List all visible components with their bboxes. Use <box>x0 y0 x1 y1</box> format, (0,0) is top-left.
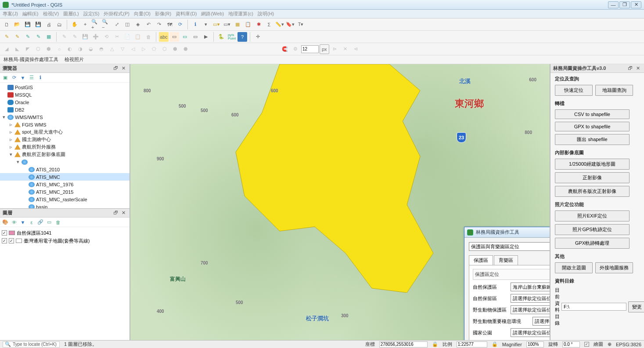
right-button[interactable]: 1/25000經建版地形圖 <box>555 159 630 170</box>
layer-row[interactable]: ✓自然保護區1041 <box>2 229 128 237</box>
maximize-button[interactable]: ❐ <box>619 1 630 8</box>
add-feature-button[interactable]: ✎ <box>12 32 22 42</box>
status-render-checkbox[interactable]: ✓ <box>584 342 589 347</box>
menu-item[interactable]: 設定(S) <box>83 11 100 17</box>
dialog-tab[interactable]: 育樂區 <box>494 255 518 265</box>
browser-item[interactable]: ▹spot_衛星大進中心 <box>0 128 130 136</box>
right-button[interactable]: 照片EXIF定位 <box>555 210 630 221</box>
browser-close-button[interactable]: ✕ <box>120 65 127 72</box>
right-button[interactable]: GPX to shapefile <box>555 122 630 131</box>
right-button[interactable]: 地籍圖查詢 <box>595 85 633 96</box>
menu-item[interactable]: 編輯(E) <box>22 11 39 17</box>
layer-visibility-checkbox[interactable]: ✓ <box>2 238 7 243</box>
refresh-button[interactable]: ⟳ <box>175 20 185 29</box>
print-layout-button[interactable]: 🖨 <box>44 20 54 29</box>
close-button[interactable]: ✕ <box>631 1 641 8</box>
layers-style-icon[interactable]: 🎨 <box>2 219 9 226</box>
label4-button[interactable]: ▭ <box>191 32 200 42</box>
menu-item[interactable]: 圖層(L) <box>63 11 79 17</box>
help-button[interactable]: ? <box>237 32 247 42</box>
browser-add-icon[interactable]: ▣ <box>2 74 9 81</box>
label-button[interactable]: abc <box>159 32 169 42</box>
deselect-button[interactable]: ▭▾ <box>222 20 232 29</box>
browser-dock-button[interactable]: 🗗 <box>112 65 119 72</box>
vertex-button[interactable]: ✎ <box>23 32 32 42</box>
edit-toggle-button[interactable]: ✎ <box>2 32 11 42</box>
browser-item[interactable]: ATIS_2010 <box>0 166 130 173</box>
browser-item[interactable]: Oracle <box>0 98 130 106</box>
bookmark-button[interactable]: 🔖▾ <box>285 20 295 29</box>
right-dir-button[interactable]: 變更 <box>628 301 644 312</box>
field-calc-button[interactable]: 📋 <box>243 20 253 29</box>
layer-visibility-checkbox[interactable]: ✓ <box>2 230 7 236</box>
snap-tolerance-input[interactable] <box>301 45 319 53</box>
layer-extra-checkbox[interactable]: ✓ <box>9 238 14 243</box>
snap-unit[interactable]: px <box>320 44 329 54</box>
dialog-field-combo[interactable]: 請選擇欲定位區位 <box>511 328 550 337</box>
attr-table-button[interactable]: ▦ <box>233 20 242 29</box>
browser-item[interactable]: ATIS_MNC_2015 <box>0 188 130 196</box>
browser-item[interactable]: DB2 <box>0 106 130 113</box>
pan-to-selection-button[interactable]: ⌖ <box>80 20 90 29</box>
locator-input[interactable]: 🔍Type to locate (Ctrl+K) <box>3 341 60 348</box>
layers-list[interactable]: ✓自然保護區1041✓✓臺灣通用電子地圖(套疊等高線) <box>0 227 130 340</box>
pyis-button[interactable]: pyIs Point <box>227 32 237 42</box>
zoom-last-button[interactable]: ↶ <box>144 20 153 29</box>
layers-group-icon[interactable]: ▭ <box>46 219 53 226</box>
right-button[interactable]: 農航所各版次正射影像 <box>555 186 630 197</box>
dialog-field-combo[interactable]: 請選擇欲定位區位 <box>532 317 550 326</box>
status-crs[interactable]: EPSG:3826 <box>616 342 641 347</box>
zoom-next-button[interactable]: ↷ <box>154 20 164 29</box>
menu-item[interactable]: 資料庫(D) <box>176 11 197 17</box>
open-project-button[interactable]: 📂 <box>12 20 22 29</box>
select-button[interactable]: ▭▾ <box>212 20 221 29</box>
label3-button[interactable]: ▭ <box>180 32 190 42</box>
menu-item[interactable]: 說明(H) <box>258 11 274 17</box>
plugin-label-2[interactable]: 檢視照片 <box>65 56 84 63</box>
label2-button[interactable]: ▭ <box>169 32 179 42</box>
dialog-field-combo[interactable]: 請選擇欲定位區位 <box>511 294 550 303</box>
right-button[interactable]: 快速定位 <box>555 85 593 96</box>
dialog-titlebar[interactable]: 林務局國資操作工具 ✕ <box>464 227 550 238</box>
browser-item[interactable]: ▾ <box>0 158 130 166</box>
layers-remove-icon[interactable]: 🗑 <box>54 219 61 226</box>
browser-item[interactable]: MSSQL <box>0 91 130 98</box>
right-dir-input[interactable] <box>561 303 626 311</box>
save-as-button[interactable]: 💾 <box>33 20 43 29</box>
action-dropdown[interactable]: ▾ <box>201 20 211 29</box>
vertex2-button[interactable]: ✎ <box>33 32 43 42</box>
menu-item[interactable]: 網路(Web) <box>201 11 224 17</box>
zoom-selection-button[interactable]: ◫ <box>122 20 132 29</box>
browser-item[interactable]: ▾農航所正射影像底圖 <box>0 151 130 158</box>
layer-row[interactable]: ✓✓臺灣通用電子地圖(套疊等高線) <box>2 237 128 245</box>
save-button[interactable]: 💾 <box>23 20 32 29</box>
layers-dock-button[interactable]: 🗗 <box>112 210 119 216</box>
menu-item[interactable]: 向量(O) <box>134 11 151 17</box>
measure-dropdown[interactable]: 📏▾ <box>275 20 284 29</box>
layers-glue-icon[interactable]: 🔗 <box>37 219 44 226</box>
browser-item[interactable]: ATIS_MNC_1976 <box>0 181 130 188</box>
right-button[interactable]: GPX軌跡轉處理 <box>555 238 630 249</box>
status-mag-input[interactable] <box>526 341 544 348</box>
browser-refresh-icon[interactable]: ⟳ <box>11 74 18 81</box>
browser-filter-icon[interactable]: ▼ <box>19 74 26 81</box>
status-coord-input[interactable] <box>379 341 428 348</box>
layout-manager-button[interactable]: 🗂 <box>54 20 64 29</box>
right-button[interactable]: 正射影像 <box>555 172 630 183</box>
right-close-button[interactable]: ✕ <box>634 65 641 72</box>
browser-item[interactable]: basin <box>0 203 130 208</box>
new-map-view-button[interactable]: 🗺 <box>165 20 174 29</box>
zoom-in-button[interactable]: 🔍+ <box>91 20 101 29</box>
new-project-button[interactable]: 🗋 <box>2 20 11 29</box>
crosshair-button[interactable]: ✛ <box>253 32 263 42</box>
browser-item[interactable]: ATIS_MNC <box>0 173 130 181</box>
menu-item[interactable]: 地理運算(c) <box>228 11 253 17</box>
play-button[interactable]: ▶ <box>201 32 211 42</box>
menu-item[interactable]: 專案(J) <box>3 11 18 17</box>
right-button[interactable]: 外接地圖服務 <box>595 262 633 273</box>
right-button[interactable]: CSV to shapefile <box>555 109 630 119</box>
zoom-out-button[interactable]: 🔍− <box>101 20 111 29</box>
dialog-field-combo[interactable]: 海岸山脈台東蘇鐵自然保護區 <box>511 283 550 291</box>
measure-button[interactable]: Σ <box>264 20 274 29</box>
layers-filter-icon[interactable]: ▼ <box>19 219 26 226</box>
